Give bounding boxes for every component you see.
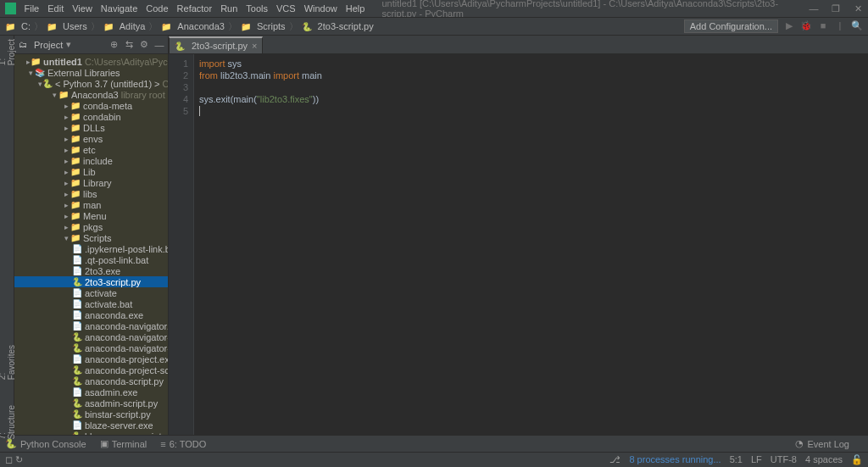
menu-vcs[interactable]: VCS xyxy=(276,3,296,14)
breadcrumb-file[interactable]: 🐍2to3-script.py xyxy=(302,21,374,31)
tree-file[interactable]: 📄.qt-post-link.bat xyxy=(14,254,168,265)
project-panel-title[interactable]: Project xyxy=(34,40,63,50)
menu-edit[interactable]: Edit xyxy=(47,3,64,14)
encoding[interactable]: UTF-8 xyxy=(771,454,797,465)
tree-folder[interactable]: ▸📁etc xyxy=(14,144,168,155)
tree-file[interactable]: 📄asadmin.exe xyxy=(14,386,168,398)
expand-all-icon[interactable]: ⇆ xyxy=(124,39,134,50)
code-area[interactable]: 1 2 3 4 5 import sys from lib2to3.main i… xyxy=(169,54,868,435)
python-console-tab[interactable]: 🐍Python Console xyxy=(5,438,86,449)
tree-file[interactable]: 🐍anaconda-navigator-script.pyw xyxy=(14,342,168,353)
tree-file[interactable]: 🐍anaconda-script.py xyxy=(14,375,168,386)
tree-external-libs[interactable]: ▾📚External Libraries xyxy=(14,67,168,78)
tree-file[interactable]: 🐍anaconda-navigator-script.py xyxy=(14,331,168,342)
minimize-panel-icon[interactable]: — xyxy=(154,40,164,50)
maximize-button[interactable]: ❐ xyxy=(831,3,841,14)
terminal-tab[interactable]: ▣Terminal xyxy=(100,438,147,449)
gear-icon[interactable]: ⚙ xyxy=(139,39,149,50)
project-icon: 🗂 xyxy=(18,40,28,49)
tree-file[interactable]: 📄2to3.exe xyxy=(14,265,168,276)
editor: 🐍 2to3-script.py × 1 2 3 4 5 import sys … xyxy=(169,36,868,435)
toolstrip-structure[interactable]: 7: Structure xyxy=(0,405,16,440)
menu-navigate[interactable]: Navigate xyxy=(101,3,137,14)
tree-folder[interactable]: ▸📁pkgs xyxy=(14,221,168,232)
tree-python[interactable]: ▾🐍< Python 3.7 (untitled1) > C:\Users\Ad… xyxy=(14,78,168,89)
breadcrumb[interactable]: 📁Users xyxy=(47,21,87,31)
stop-icon[interactable]: ■ xyxy=(817,20,829,32)
tree-root[interactable]: ▸📁untitled1 C:\Users\Aditya\PycharmProje… xyxy=(14,56,168,67)
tree-file[interactable]: 🐍binstar-script.py xyxy=(14,409,168,420)
divider-icon: | xyxy=(834,20,846,32)
tree-folder[interactable]: ▸📁condabin xyxy=(14,111,168,122)
tree-folder[interactable]: ▸📁conda-meta xyxy=(14,100,168,111)
tree-folder[interactable]: ▸📁Library xyxy=(14,177,168,188)
menu-file[interactable]: File xyxy=(25,3,40,14)
menu-code[interactable]: Code xyxy=(146,3,168,14)
add-configuration-button[interactable]: Add Configuration... xyxy=(684,19,778,33)
tree-folder[interactable]: ▸📁man xyxy=(14,199,168,210)
terminal-icon: ▣ xyxy=(100,438,108,449)
breadcrumb[interactable]: 📁Aditya xyxy=(103,21,146,31)
event-log-tab[interactable]: ◔Event Log xyxy=(795,438,849,449)
tree-file[interactable]: 📄anaconda-project.exe xyxy=(14,353,168,364)
tree-file[interactable]: 📄blaze-server.exe xyxy=(14,420,168,431)
tree-file[interactable]: 📄anaconda-navigator.exe xyxy=(14,320,168,331)
editor-tab[interactable]: 🐍 2to3-script.py × xyxy=(169,36,263,53)
bottom-toolbar: 🐍Python Console ▣Terminal ≡6: TODO ◔Even… xyxy=(0,435,868,452)
toolstrip-project[interactable]: 1: Project xyxy=(0,39,16,65)
tree-file[interactable]: 📄activate xyxy=(14,287,168,298)
status-run-icon[interactable]: ↻ xyxy=(15,454,23,465)
toolstrip-favorites[interactable]: 2: Favorites xyxy=(0,345,16,380)
menu-run[interactable]: Run xyxy=(220,3,237,14)
eventlog-icon: ◔ xyxy=(795,438,804,449)
run-icon[interactable]: ▶ xyxy=(783,20,795,32)
menu-tools[interactable]: Tools xyxy=(246,3,268,14)
tree-folder[interactable]: ▸📁DLLs xyxy=(14,122,168,133)
project-panel-header: 🗂 Project ▾ ⊕ ⇆ ⚙ — xyxy=(14,36,168,54)
tree-folder[interactable]: ▸📁libs xyxy=(14,188,168,199)
main-menu: File Edit View Navigate Code Refactor Ru… xyxy=(25,3,365,14)
breadcrumb-root[interactable]: 📁C: xyxy=(5,21,31,31)
menu-help[interactable]: Help xyxy=(346,3,365,14)
close-tab-icon[interactable]: × xyxy=(252,41,257,51)
debug-icon[interactable]: 🐞 xyxy=(800,20,812,32)
tree-file[interactable]: 🐍anaconda-project-script.py xyxy=(14,364,168,375)
project-tree[interactable]: ▸📁untitled1 C:\Users\Aditya\PycharmProje… xyxy=(14,54,168,435)
tree-file-selected[interactable]: 🐍2to3-script.py xyxy=(14,276,168,287)
unlock-icon[interactable]: 🔓 xyxy=(851,454,863,465)
indent[interactable]: 4 spaces xyxy=(805,454,843,465)
menu-view[interactable]: View xyxy=(72,3,92,14)
chevron-down-icon[interactable]: ▾ xyxy=(66,39,71,50)
tree-folder[interactable]: ▸📁envs xyxy=(14,133,168,144)
search-icon[interactable]: 🔍 xyxy=(851,20,863,32)
tree-file[interactable]: 🐍asadmin-script.py xyxy=(14,398,168,409)
tree-folder[interactable]: ▸📁include xyxy=(14,155,168,166)
close-button[interactable]: ✕ xyxy=(853,3,863,14)
python-icon: 🐍 xyxy=(5,438,17,449)
caret-position[interactable]: 5:1 xyxy=(730,454,743,465)
line-sep[interactable]: LF xyxy=(751,454,762,465)
gutter: 1 2 3 4 5 xyxy=(169,54,194,435)
tree-file[interactable]: 📄anaconda.exe xyxy=(14,309,168,320)
processes-link[interactable]: 8 processes running... xyxy=(629,454,721,465)
breadcrumb[interactable]: 📁Scripts xyxy=(241,21,286,31)
tree-file[interactable]: 📄.ipykernel-post-link.bat xyxy=(14,243,168,254)
tree-folder[interactable]: ▸📁Menu xyxy=(14,210,168,221)
locate-icon[interactable]: ⊕ xyxy=(108,39,119,50)
tree-file[interactable]: 📄activate.bat xyxy=(14,298,168,309)
status-branch-icon[interactable]: ⎇ xyxy=(609,454,620,465)
menu-refactor[interactable]: Refactor xyxy=(177,3,213,14)
todo-icon: ≡ xyxy=(160,439,165,449)
menu-window[interactable]: Window xyxy=(304,3,337,14)
tree-anaconda[interactable]: ▾📁Anaconda3 library root xyxy=(14,89,168,100)
source[interactable]: import sys from lib2to3.main import main… xyxy=(194,54,868,435)
todo-tab[interactable]: ≡6: TODO xyxy=(160,439,206,449)
editor-tabs: 🐍 2to3-script.py × xyxy=(169,36,868,54)
app-icon xyxy=(5,3,16,14)
status-bar: ◻ ↻ ⎇ 8 processes running... 5:1 LF UTF-… xyxy=(0,452,868,467)
tree-folder[interactable]: ▸📁Lib xyxy=(14,166,168,177)
minimize-button[interactable]: — xyxy=(809,3,819,14)
tree-folder-scripts[interactable]: ▾📁Scripts xyxy=(14,232,168,243)
status-square-icon[interactable]: ◻ xyxy=(5,454,13,465)
breadcrumb[interactable]: 📁Anaconda3 xyxy=(161,21,225,31)
